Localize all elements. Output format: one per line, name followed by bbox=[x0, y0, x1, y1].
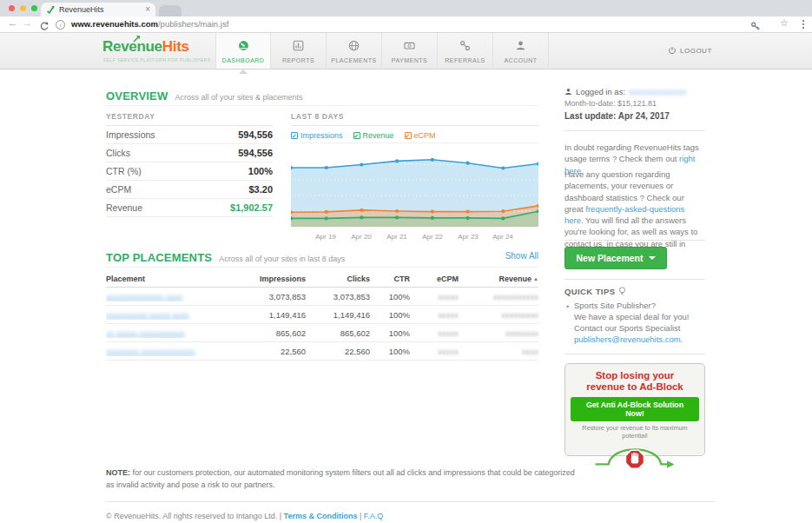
area-chart-svg bbox=[291, 149, 538, 227]
logged-in-row: Logged in as: xxxxxxxxxxxxxx bbox=[564, 87, 705, 96]
zoom-window-button[interactable] bbox=[31, 5, 37, 11]
separator: | bbox=[357, 512, 363, 520]
column-header-clicks[interactable]: Clicks bbox=[306, 275, 370, 283]
legend-label: Revenue bbox=[363, 131, 394, 140]
nav-item-payments[interactable]: PAYMENTS bbox=[382, 33, 438, 69]
close-window-button[interactable] bbox=[9, 5, 15, 11]
quick-tip-item: • Sports Site Publisher? We have a speci… bbox=[564, 300, 705, 345]
x-tick-label: Apr 22 bbox=[422, 233, 443, 241]
stat-label: Impressions bbox=[106, 129, 155, 140]
cell-clicks: 22,560 bbox=[306, 347, 370, 356]
placements-table: Placement Impressions Clicks CTR eCPM Re… bbox=[106, 271, 538, 361]
placement-link[interactable]: xxxxxxxxxx xxxxx xxxx bbox=[106, 310, 189, 320]
note-text: for our customers protection, our automa… bbox=[106, 468, 575, 489]
placement-link[interactable]: xxxxxxxx xxxxxxxxxxxxx bbox=[106, 347, 195, 356]
link-icon bbox=[459, 40, 471, 51]
top-placements-header: TOP PLACEMENTSAcross all of your sites i… bbox=[106, 249, 538, 265]
nav-item-label: ACCOUNT bbox=[493, 57, 548, 63]
nav-item-reports[interactable]: REPORTS bbox=[271, 33, 327, 69]
bullet-icon: • bbox=[566, 301, 569, 312]
note-label: NOTE: bbox=[106, 468, 130, 477]
column-header-ctr[interactable]: CTR bbox=[370, 275, 410, 283]
address-bar[interactable]: www.revenuehits.com/publishers/main.jsf bbox=[71, 19, 228, 29]
top-placements-subtitle: Across all of your sites in last 8 days bbox=[219, 255, 345, 263]
stat-row-clicks: Clicks 594,556 bbox=[106, 144, 273, 162]
stat-row-ctr: CTR (%) 100% bbox=[106, 162, 273, 181]
nav-item-label: PAYMENTS bbox=[382, 57, 437, 63]
overview-title: OVERVIEW bbox=[106, 89, 168, 103]
sort-asc-icon: ▲ bbox=[533, 276, 538, 281]
overview-header: OVERVIEWAcross all of your sites & place… bbox=[106, 88, 538, 103]
terms-link[interactable]: Terms & Conditions bbox=[284, 512, 358, 520]
column-header-revenue[interactable]: Revenue▲ bbox=[459, 275, 538, 283]
logout-button[interactable]: LOGOUT bbox=[668, 46, 712, 55]
legend-item-impressions[interactable]: ✔Impressions bbox=[291, 131, 343, 140]
column-header-placement[interactable]: Placement bbox=[106, 275, 229, 283]
adblock-title: Stop losing yourrevenue to Ad-Block bbox=[571, 370, 699, 393]
globe-icon bbox=[348, 40, 360, 51]
checkbox-checked-icon[interactable]: ✔ bbox=[405, 132, 412, 139]
column-header-ecpm[interactable]: eCPM bbox=[410, 275, 459, 283]
faq-link[interactable]: F.A.Q bbox=[364, 512, 384, 520]
username-masked[interactable]: xxxxxxxxxxxxxx bbox=[629, 87, 687, 96]
checkbox-checked-icon[interactable]: ✔ bbox=[291, 132, 298, 139]
adblock-cta-button[interactable]: Get Anti Ad-Block Solution Now! bbox=[571, 397, 699, 421]
legend-item-ecpm[interactable]: ✔eCPM bbox=[405, 131, 436, 140]
sidebar-divider bbox=[564, 279, 705, 280]
show-all-link[interactable]: Show All bbox=[505, 251, 538, 261]
back-icon[interactable]: ← bbox=[8, 17, 17, 28]
tab-close-icon[interactable]: × bbox=[145, 5, 150, 14]
logged-in-label: Logged in as: bbox=[576, 87, 625, 96]
column-header-impressions[interactable]: Impressions bbox=[229, 275, 306, 283]
revenuehits-favicon-icon bbox=[46, 5, 55, 14]
quick-tips-header: QUICK TIPS bbox=[564, 287, 705, 296]
cell-clicks: 1,149,416 bbox=[306, 310, 370, 320]
cell-revenue-masked: xxxxxxxx bbox=[459, 328, 538, 338]
stat-value: 594,556 bbox=[238, 129, 273, 140]
cell-impressions: 22,560 bbox=[229, 347, 306, 356]
browser-menu-icon[interactable] bbox=[802, 20, 804, 29]
banknote-icon bbox=[404, 40, 415, 51]
new-tab-button[interactable] bbox=[159, 5, 182, 17]
cell-ctr: 100% bbox=[370, 292, 410, 301]
footer-divider bbox=[106, 501, 716, 502]
cell-ecpm-masked: xxxxx bbox=[410, 292, 459, 301]
new-placement-button[interactable]: New Placement bbox=[564, 247, 667, 269]
user-icon bbox=[564, 88, 572, 96]
revenuehits-logo[interactable]: RevenueHits bbox=[102, 39, 189, 54]
chart-x-axis: Apr 19 Apr 20 Apr 21 Apr 22 Apr 23 Apr 2… bbox=[291, 233, 538, 242]
publishers-email-link[interactable]: publishers@revenuehits.com bbox=[574, 334, 681, 344]
url-host: www.revenuehits.com bbox=[71, 19, 158, 29]
stat-row-revenue: Revenue $1,902.57 bbox=[106, 199, 273, 217]
app-header: RevenueHits SELF SERVICE PLATFORM FOR PU… bbox=[0, 33, 812, 70]
stat-row-impressions: Impressions 594,556 bbox=[106, 126, 273, 144]
placement-link[interactable]: xx xxxxx xxxxxxxxxxx bbox=[106, 328, 185, 338]
nav-item-referrals[interactable]: REFERRALS bbox=[438, 33, 493, 69]
nav-item-placements[interactable]: PLACEMENTS bbox=[327, 33, 382, 69]
nav-item-account[interactable]: ACCOUNT bbox=[493, 33, 549, 69]
cell-revenue-masked: xxxxxxxxx bbox=[459, 310, 538, 320]
browser-tab[interactable]: RevenueHits × bbox=[41, 3, 155, 17]
stat-label: Revenue bbox=[106, 202, 142, 213]
nav-item-dashboard[interactable]: DASHBOARD bbox=[215, 33, 271, 69]
x-tick-label: Apr 19 bbox=[315, 233, 336, 241]
browser-toolbar: ← → i www.revenuehits.com/publishers/mai… bbox=[0, 17, 812, 33]
placement-link[interactable]: xxxxxxxxxxxxxx xxxx bbox=[106, 292, 182, 301]
stat-value: $1,902.57 bbox=[230, 202, 273, 213]
nav-item-label: PLACEMENTS bbox=[327, 57, 381, 63]
cell-impressions: 1,149,416 bbox=[229, 310, 306, 320]
adblock-banner[interactable]: Stop losing yourrevenue to Ad-Block Get … bbox=[564, 363, 705, 456]
chevron-down-icon bbox=[649, 256, 656, 260]
forward-icon[interactable]: → bbox=[23, 17, 32, 28]
tip-text: Sports Site Publisher? bbox=[574, 301, 656, 310]
adblock-caption: Restore your revenue to its maximum pote… bbox=[571, 424, 699, 440]
cell-ctr: 100% bbox=[370, 328, 410, 338]
chart-plot-area bbox=[291, 149, 538, 230]
legend-item-revenue[interactable]: ✔Revenue bbox=[353, 131, 394, 140]
page-info-icon[interactable]: i bbox=[56, 20, 65, 30]
minimize-window-button[interactable] bbox=[20, 5, 26, 11]
stat-label: eCPM bbox=[106, 184, 131, 195]
bookmark-star-icon[interactable]: ☆ bbox=[780, 17, 789, 29]
cell-impressions: 3,073,853 bbox=[229, 292, 306, 301]
checkbox-checked-icon[interactable]: ✔ bbox=[353, 132, 360, 139]
